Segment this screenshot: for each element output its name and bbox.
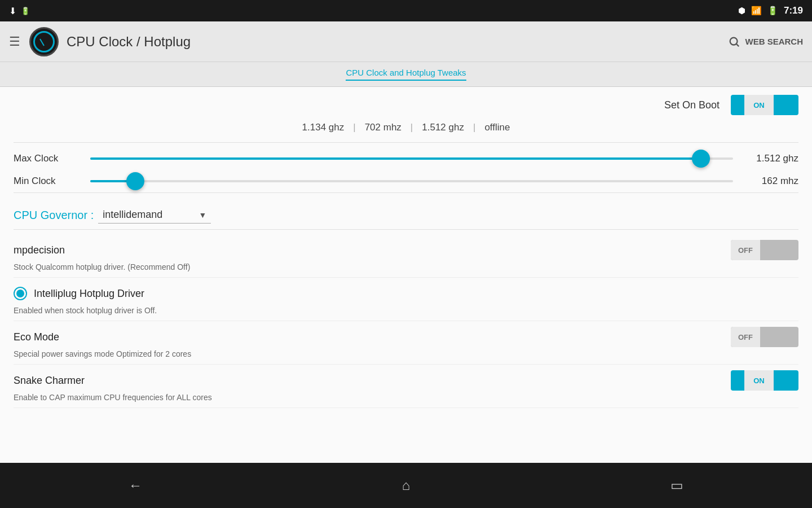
freq-sep-3: | [473, 122, 475, 133]
ecomode-knob: OFF [731, 327, 760, 347]
cpu-governor-value: intellidemand [103, 209, 194, 221]
mpdecision-knob: OFF [731, 240, 760, 260]
snakecharmer-toggle-text: ON [753, 376, 765, 385]
intelliplug-title: Intelliplug Hotplug Driver [34, 288, 144, 300]
toggle-knob: ON [744, 95, 774, 115]
back-icon: ← [129, 478, 142, 493]
freq3: 1.512 ghz [422, 122, 464, 133]
ecomode-header: Eco Mode OFF [14, 327, 798, 347]
mpdecision-toggle-text: OFF [738, 246, 753, 255]
web-search-label: WEB SEARCH [745, 37, 803, 46]
cpu-governor-row: CPU Governor : intellidemand ▼ [14, 198, 798, 229]
min-clock-row: Min Clock 162 mhz [14, 170, 798, 192]
recents-button[interactable]: ▭ [660, 474, 694, 497]
freq-sep-1: | [353, 122, 355, 133]
content-area: Set On Boot ON 1.134 ghz | 702 mhz | 1.5… [0, 87, 812, 463]
intelliplug-radio-row[interactable]: Intelliplug Hotplug Driver [14, 283, 798, 304]
set-on-boot-row: Set On Boot ON [14, 87, 798, 120]
max-clock-label: Max Clock [14, 153, 81, 164]
max-clock-fill [90, 157, 701, 160]
max-clock-row: Max Clock 1.512 ghz [14, 147, 798, 170]
min-clock-track[interactable] [90, 180, 733, 182]
max-clock-track[interactable] [90, 157, 733, 160]
min-clock-label: Min Clock [14, 176, 81, 187]
ecomode-title: Eco Mode [14, 331, 59, 343]
mpdecision-desc: Stock Qualcomm hotplug driver. (Recommen… [14, 262, 798, 271]
setting-snakecharmer: Snake Charmer ON Enable to CAP maximum C… [14, 365, 798, 408]
status-bar: ⬇ 🔋 ⬢ 📶 🔋 7:19 [0, 0, 812, 21]
wifi-icon: 📶 [751, 6, 762, 16]
divider-3 [14, 229, 798, 230]
web-search-button[interactable]: WEB SEARCH [728, 36, 803, 48]
snakecharmer-desc: Enable to CAP maximum CPU frequencies fo… [14, 393, 798, 402]
battery-100-icon: 🔋 [21, 7, 30, 15]
max-clock-thumb[interactable] [692, 150, 710, 168]
intelliplug-radio[interactable] [14, 287, 27, 300]
snakecharmer-toggle[interactable]: ON [731, 370, 798, 391]
freq1: 1.134 ghz [302, 122, 345, 133]
status-bar-right: ⬢ 📶 🔋 7:19 [738, 5, 803, 16]
ecomode-toggle[interactable]: OFF [731, 327, 798, 347]
bluetooth-icon: ⬢ [738, 6, 745, 16]
min-clock-slider-wrapper [90, 180, 733, 182]
setting-ecomode: Eco Mode OFF Special power savings mode … [14, 321, 798, 365]
status-bar-left: ⬇ 🔋 [9, 6, 30, 16]
set-on-boot-label: Set On Boot [664, 99, 720, 111]
freq2: 702 mhz [365, 122, 401, 133]
recents-icon: ▭ [670, 478, 683, 493]
cpu-governor-label: CPU Governor : [14, 209, 94, 222]
app-bar: ☰ CPU Clock / Hotplug WEB SEARCH [0, 21, 812, 62]
snakecharmer-knob: ON [744, 370, 774, 391]
freq-sep-2: | [411, 122, 413, 133]
max-clock-value: 1.512 ghz [742, 153, 798, 164]
setting-mpdecision: mpdecision OFF Stock Qualcomm hotplug dr… [14, 234, 798, 278]
back-button[interactable]: ← [118, 474, 152, 497]
freq-row: 1.134 ghz | 702 mhz | 1.512 ghz | offlin… [14, 120, 798, 142]
mpdecision-toggle[interactable]: OFF [731, 240, 798, 260]
setting-intelliplug: Intelliplug Hotplug Driver Enabled when … [14, 278, 798, 321]
app-icon-gauge [33, 31, 55, 52]
home-button[interactable]: ⌂ [389, 474, 423, 497]
ecomode-desc: Special power savings mode Optimized for… [14, 349, 798, 358]
status-time: 7:19 [784, 5, 803, 16]
freq4: offline [484, 122, 510, 133]
hamburger-icon[interactable]: ☰ [9, 34, 20, 49]
mpdecision-header: mpdecision OFF [14, 240, 798, 260]
min-clock-thumb[interactable] [126, 172, 144, 190]
app-title: CPU Clock / Hotplug [67, 34, 728, 50]
set-on-boot-toggle[interactable]: ON [731, 95, 798, 115]
intelliplug-desc: Enabled when stock hotplug driver is Off… [14, 306, 798, 315]
snakecharmer-title: Snake Charmer [14, 375, 85, 387]
battery-icon: 🔋 [767, 6, 778, 16]
svg-point-0 [730, 37, 738, 45]
tab-strip: CPU Clock and Hotplug Tweaks [0, 62, 812, 87]
download-icon: ⬇ [9, 6, 16, 16]
snakecharmer-header: Snake Charmer ON [14, 370, 798, 391]
ecomode-toggle-text: OFF [738, 333, 753, 341]
min-clock-value: 162 mhz [742, 176, 798, 187]
radio-selected-indicator [16, 290, 24, 297]
search-icon [728, 36, 740, 48]
chevron-down-icon: ▼ [198, 211, 206, 220]
bottom-nav: ← ⌂ ▭ [0, 463, 812, 508]
app-icon [29, 27, 59, 56]
gauge-needle [39, 38, 45, 46]
svg-line-1 [737, 44, 739, 46]
mpdecision-title: mpdecision [14, 244, 65, 256]
divider-1 [14, 142, 798, 143]
active-tab[interactable]: CPU Clock and Hotplug Tweaks [346, 68, 466, 81]
home-icon: ⌂ [402, 478, 411, 493]
cpu-governor-select[interactable]: intellidemand ▼ [98, 207, 211, 224]
max-clock-slider-wrapper [90, 157, 733, 160]
divider-2 [14, 192, 798, 193]
toggle-on-text: ON [753, 101, 765, 110]
